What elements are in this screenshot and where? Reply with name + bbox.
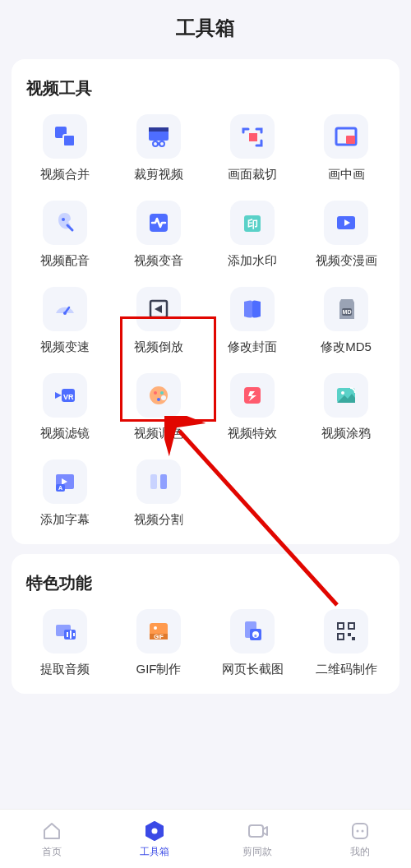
tab-label: 剪同款 (242, 845, 272, 859)
effects-icon (230, 373, 275, 418)
svg-point-64 (356, 829, 358, 832)
tab-clip[interactable]: 剪同款 (206, 810, 308, 868)
svg-point-10 (62, 218, 65, 221)
toolbox-tab-icon (143, 820, 166, 843)
svg-rect-63 (353, 824, 367, 838)
svg-rect-9 (346, 136, 355, 144)
tab-label: 我的 (350, 845, 370, 859)
svg-rect-42 (70, 630, 72, 639)
svg-rect-58 (349, 624, 353, 628)
tool-split[interactable]: 视频分割 (112, 459, 206, 528)
tool-label: 裁剪视频 (134, 167, 183, 182)
tool-label: 提取音频 (40, 662, 90, 677)
tool-watermark[interactable]: 印添加水印 (206, 201, 299, 269)
tool-to-comic[interactable]: 视频变漫画 (299, 201, 393, 269)
tool-md5[interactable]: MD修改MD5 (299, 287, 393, 355)
tool-label: 视频变速 (40, 339, 90, 355)
section-title: 视频工具 (18, 74, 393, 111)
tool-subtitle[interactable]: A添加字幕 (18, 459, 112, 528)
svg-marker-19 (155, 305, 162, 313)
tool-label: 二维码制作 (316, 662, 377, 677)
color-icon (136, 373, 181, 418)
frame-crop-icon (230, 114, 275, 159)
tool-frame-crop[interactable]: 画面裁切 (206, 114, 299, 182)
tool-grid: 提取音频GIFGIF制作e网页长截图二维码制作 (18, 606, 393, 684)
tab-label: 工具箱 (140, 845, 169, 859)
tool-video-merge[interactable]: 视频合并 (18, 114, 112, 182)
doodle-icon (324, 373, 368, 418)
tool-label: 修改封面 (228, 339, 277, 355)
tool-crop-video[interactable]: 裁剪视频 (112, 114, 206, 182)
to-comic-icon (324, 201, 368, 245)
tool-voice-change[interactable]: 视频变音 (112, 201, 206, 269)
cover-icon (230, 287, 275, 331)
tool-filter[interactable]: VR视频滤镜 (18, 373, 112, 441)
svg-point-27 (160, 391, 164, 395)
svg-rect-38 (160, 474, 167, 489)
crop-video-icon (136, 114, 181, 159)
section-title: 特色功能 (18, 569, 393, 606)
tool-label: 视频变漫画 (316, 253, 377, 269)
tool-long-shot[interactable]: e网页长截图 (206, 609, 299, 677)
tool-label: 视频配音 (40, 253, 90, 269)
tool-label: 视频合并 (40, 167, 90, 182)
tab-toolbox[interactable]: 工具箱 (103, 810, 206, 868)
tool-extract-audio[interactable]: 提取音频 (18, 609, 112, 677)
tool-pip[interactable]: 画中画 (299, 114, 393, 182)
tab-mine[interactable]: 我的 (308, 810, 411, 868)
svg-rect-55 (348, 633, 351, 636)
tool-label: 修改MD5 (321, 339, 372, 355)
tool-label: 视频分割 (134, 512, 183, 528)
svg-text:印: 印 (247, 218, 258, 230)
svg-point-65 (361, 829, 363, 832)
clip-tab-icon (246, 820, 269, 843)
tool-video-dub[interactable]: 视频配音 (18, 201, 112, 269)
svg-rect-41 (67, 632, 68, 637)
tool-effects[interactable]: 视频特效 (206, 373, 299, 441)
extract-audio-icon (43, 609, 87, 653)
page-title: 工具箱 (0, 0, 411, 53)
tool-label: 画面裁切 (228, 167, 277, 182)
md5-icon: MD (324, 287, 368, 331)
tool-grid: 视频合并裁剪视频画面裁切画中画视频配音视频变音印添加水印视频变漫画视频变速视频倒… (18, 111, 393, 534)
svg-text:VR: VR (63, 393, 74, 401)
tool-label: 视频特效 (228, 426, 277, 441)
svg-rect-43 (73, 633, 75, 636)
mine-tab-icon (349, 820, 372, 843)
speed-icon (43, 287, 87, 331)
gif-icon: GIF (136, 609, 181, 653)
tool-doodle[interactable]: 视频涂鸦 (299, 373, 393, 441)
svg-rect-37 (150, 474, 157, 489)
svg-point-29 (161, 395, 166, 400)
tab-bar: 首页工具箱剪同款我的 (0, 809, 411, 868)
long-shot-icon: e (230, 609, 275, 653)
svg-rect-3 (149, 127, 169, 132)
tool-label: GIF制作 (136, 662, 182, 677)
tool-label: 添加字幕 (40, 512, 90, 528)
svg-rect-59 (339, 635, 343, 639)
svg-point-32 (341, 391, 344, 395)
subtitle-icon: A (43, 459, 87, 504)
svg-rect-62 (249, 825, 263, 837)
tool-cover[interactable]: 修改封面 (206, 287, 299, 355)
video-merge-icon (43, 114, 87, 159)
watermark-icon: 印 (230, 201, 275, 245)
tool-speed[interactable]: 视频变速 (18, 287, 112, 355)
section-0: 视频工具视频合并裁剪视频画面裁切画中画视频配音视频变音印添加水印视频变漫画视频变… (12, 59, 399, 544)
tool-label: 画中画 (328, 167, 365, 182)
tool-label: 视频倒放 (134, 339, 183, 355)
tab-home[interactable]: 首页 (0, 810, 103, 868)
svg-rect-1 (63, 135, 75, 146)
filter-icon: VR (43, 373, 87, 418)
video-dub-icon (43, 201, 87, 245)
svg-text:GIF: GIF (154, 634, 164, 639)
tool-gif[interactable]: GIFGIF制作 (112, 609, 206, 677)
voice-change-icon (136, 201, 181, 245)
tool-qrcode[interactable]: 二维码制作 (299, 609, 393, 677)
svg-rect-7 (249, 133, 257, 141)
tool-label: 视频变音 (134, 253, 183, 269)
svg-point-47 (154, 626, 157, 630)
svg-rect-57 (339, 624, 343, 628)
tool-reverse[interactable]: 视频倒放 (112, 287, 206, 355)
tool-color[interactable]: 视频调色 (112, 373, 206, 441)
